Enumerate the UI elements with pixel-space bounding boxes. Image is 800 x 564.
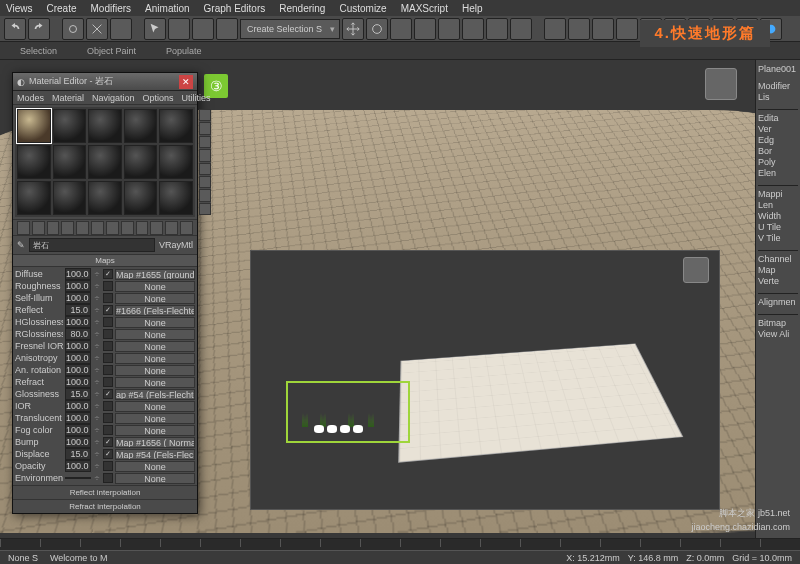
material-slot[interactable]	[159, 109, 193, 143]
spinner-icon[interactable]: ÷	[93, 401, 101, 411]
layers-button[interactable]	[616, 18, 638, 40]
spinner-icon[interactable]: ÷	[93, 473, 101, 483]
go-forward-button[interactable]	[180, 221, 193, 235]
move-button[interactable]	[342, 18, 364, 40]
backlight-button[interactable]	[199, 122, 211, 134]
material-slot[interactable]	[124, 181, 158, 215]
material-editor-window[interactable]: ◐ Material Editor - 岩石 ✕ Modes Material …	[12, 72, 198, 514]
viewcube-inset[interactable]	[683, 257, 709, 283]
material-name-field[interactable]	[29, 238, 155, 252]
menu-customize[interactable]: Customize	[339, 3, 386, 14]
put-to-scene-button[interactable]	[32, 221, 45, 235]
show-map-button[interactable]	[136, 221, 149, 235]
menu-help[interactable]: Help	[462, 3, 483, 14]
named-sel-button[interactable]	[544, 18, 566, 40]
param-width[interactable]: Width	[758, 211, 798, 222]
map-slot-button[interactable]: Map #54 (Fels-Flechten-Displace.jpg)	[115, 449, 195, 460]
menu-rendering[interactable]: Rendering	[279, 3, 325, 14]
close-icon[interactable]: ✕	[179, 75, 193, 89]
map-amount-field[interactable]: 100.0	[65, 292, 91, 304]
subobj-vertex[interactable]: Ver	[758, 124, 798, 135]
me-menu-modes[interactable]: Modes	[17, 93, 44, 103]
map-amount-field[interactable]: 100.0	[65, 412, 91, 424]
material-slot[interactable]	[159, 145, 193, 179]
spinner-icon[interactable]: ÷	[93, 425, 101, 435]
me-menu-options[interactable]: Options	[143, 93, 174, 103]
map-slot-button[interactable]: None	[115, 413, 195, 424]
viewcube[interactable]	[705, 68, 737, 100]
map-amount-field[interactable]	[65, 477, 91, 479]
modifier-item[interactable]: Edita	[758, 113, 798, 124]
map-amount-field[interactable]: 80.0	[65, 328, 91, 340]
bitmap-fit-button[interactable]: Bitmap	[758, 318, 798, 329]
map-amount-field[interactable]: 100.0	[65, 460, 91, 472]
view-align-button[interactable]: View Ali	[758, 329, 798, 340]
tab-selection[interactable]: Selection	[20, 46, 57, 56]
material-slot[interactable]	[88, 109, 122, 143]
video-check-button[interactable]	[199, 163, 211, 175]
link-button[interactable]	[62, 18, 84, 40]
pick-icon[interactable]: ✎	[17, 240, 25, 250]
modifier-list-dropdown[interactable]: Modifier Lis	[758, 81, 798, 103]
map-slot-button[interactable]: Map #1656 ( Normal Bump )	[115, 437, 195, 448]
tab-object-paint[interactable]: Object Paint	[87, 46, 136, 56]
show-end-button[interactable]	[150, 221, 163, 235]
map-amount-field[interactable]: 15.0	[65, 304, 91, 316]
map-enable-checkbox[interactable]	[103, 401, 113, 411]
material-slot[interactable]	[124, 145, 158, 179]
assign-button[interactable]	[47, 221, 60, 235]
align-button[interactable]	[592, 18, 614, 40]
me-menu-utilities[interactable]: Utilities	[182, 93, 211, 103]
map-enable-checkbox[interactable]	[103, 281, 113, 291]
menu-create[interactable]: Create	[47, 3, 77, 14]
refract-interp-rollout[interactable]: Refract interpolation	[13, 499, 197, 513]
mirror-button[interactable]	[568, 18, 590, 40]
spinner-icon[interactable]: ÷	[93, 293, 101, 303]
map-enable-checkbox[interactable]	[103, 461, 113, 471]
maps-rollout-header[interactable]: Maps	[13, 254, 197, 267]
param-length[interactable]: Len	[758, 200, 798, 211]
unlink-button[interactable]	[86, 18, 108, 40]
map-slot-button[interactable]: None	[115, 377, 195, 388]
map-slot-button[interactable]: None	[115, 329, 195, 340]
spinner-icon[interactable]: ÷	[93, 377, 101, 387]
map-amount-field[interactable]: 100.0	[65, 400, 91, 412]
angle-snap-button[interactable]	[462, 18, 484, 40]
bind-button[interactable]	[110, 18, 132, 40]
map-slot-button[interactable]: None	[115, 461, 195, 472]
me-menu-material[interactable]: Material	[52, 93, 84, 103]
map-amount-field[interactable]: 15.0	[65, 448, 91, 460]
param-utile[interactable]: U Tile	[758, 222, 798, 233]
rotate-button[interactable]	[366, 18, 388, 40]
preview-button[interactable]	[199, 176, 211, 188]
map-amount-field[interactable]: 100.0	[65, 436, 91, 448]
reset-button[interactable]	[61, 221, 74, 235]
map-amount-field[interactable]: 100.0	[65, 364, 91, 376]
material-slot[interactable]	[88, 145, 122, 179]
coord-x[interactable]: X: 15.212mm	[566, 553, 620, 563]
menu-modifiers[interactable]: Modifiers	[91, 3, 132, 14]
menu-animation[interactable]: Animation	[145, 3, 189, 14]
map-slot-button[interactable]: None	[115, 401, 195, 412]
mat-id-button[interactable]	[121, 221, 134, 235]
material-slot[interactable]	[88, 181, 122, 215]
time-slider[interactable]	[0, 539, 800, 551]
window-crossing-button[interactable]	[216, 18, 238, 40]
spinner-icon[interactable]: ÷	[93, 269, 101, 279]
map-enable-checkbox[interactable]	[103, 377, 113, 387]
map-slot-button[interactable]: None	[115, 473, 195, 484]
subobj-edge[interactable]: Edg	[758, 135, 798, 146]
map-enable-checkbox[interactable]: ✓	[103, 437, 113, 447]
spinner-icon[interactable]: ÷	[93, 341, 101, 351]
selection-filter-dropdown[interactable]: Create Selection S	[240, 19, 340, 39]
map-amount-field[interactable]: 100.0	[65, 340, 91, 352]
select-region-button[interactable]	[192, 18, 214, 40]
map-enable-checkbox[interactable]	[103, 329, 113, 339]
material-editor-titlebar[interactable]: ◐ Material Editor - 岩石 ✕	[13, 73, 197, 91]
material-slot[interactable]	[53, 145, 87, 179]
reflect-interp-rollout[interactable]: Reflect interpolation	[13, 485, 197, 499]
material-slot[interactable]	[17, 109, 51, 143]
menu-maxscript[interactable]: MAXScript	[401, 3, 448, 14]
spinner-icon[interactable]: ÷	[93, 449, 101, 459]
map-amount-field[interactable]: 15.0	[65, 388, 91, 400]
